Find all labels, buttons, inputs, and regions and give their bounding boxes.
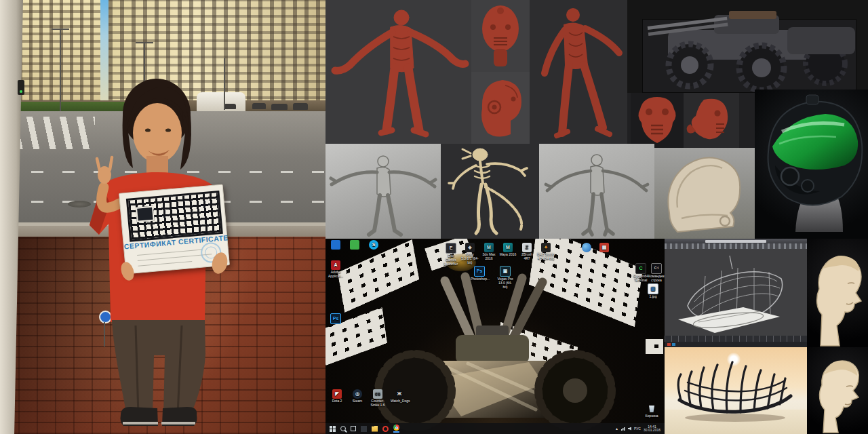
creature-arm-left [546, 171, 591, 191]
tile-bust-profile [807, 347, 868, 434]
eye-socket [505, 24, 511, 30]
icon-label: Корзина [643, 414, 660, 418]
tray-language[interactable]: РУС [634, 427, 641, 431]
desktop-icon-media[interactable]: ▤ [595, 243, 613, 253]
task-view-button[interactable] [351, 426, 356, 431]
arm-left [545, 30, 565, 73]
desktop-icon-daz[interactable]: ✦ DAZ Studio 4.5 (64-bit) [537, 243, 555, 261]
desktop-icon-vegas[interactable]: ▣ Vegas Pro 13.0 (64-bit) [496, 266, 514, 289]
leg-left [562, 65, 569, 133]
max-viewport[interactable] [665, 249, 807, 336]
desktop-icon[interactable] [346, 240, 363, 250]
tray-chevron[interactable]: ▲ [615, 427, 618, 431]
sculpt-head [394, 10, 409, 25]
desktop-icon-adobe[interactable]: A Adobe Applicat... [327, 260, 344, 279]
icon-label: Counter-Strike 1.6 [369, 399, 387, 408]
desktop-icon-cs16[interactable]: cs Counter-Strike 1.6 [369, 389, 387, 408]
max-timeline[interactable] [665, 336, 807, 342]
system-tray: ▲ РУС 14:41 30.01.2016 [615, 425, 660, 433]
mask-eye [646, 108, 652, 115]
desktop-icon-jpg[interactable]: ▦ 1.jpg [644, 283, 662, 299]
skeleton-leg-left [476, 184, 481, 233]
icon-label: Maya 2016 [499, 253, 517, 257]
street-photo: NYRUDE INC СЕРТИФИКАТ CERTIFICATE [0, 0, 326, 434]
desktop-icon-epic[interactable]: E Epic Games Launcher [442, 243, 460, 266]
tile-grey-creature-front [326, 144, 441, 239]
file-explorer-button[interactable] [372, 426, 378, 432]
sculpt-leg-left [387, 68, 395, 130]
desktop-icon-recycle-bin[interactable]: Корзина [643, 404, 660, 418]
icon-label: 3ds Max 2016 [480, 253, 498, 261]
ship-bow-post [730, 256, 732, 269]
tank-rear-module [787, 27, 855, 54]
sculpt-head [566, 8, 580, 22]
head-neck [494, 49, 507, 66]
tray-clock[interactable]: 14:41 30.01.2016 [644, 425, 660, 433]
tile-ship-frame-render [665, 347, 807, 434]
desktop-icon-browser[interactable] [578, 243, 595, 253]
desktop-icon-watchdogs[interactable]: Ж Watch_Dogs [391, 389, 408, 403]
desktop-icon-photoshop[interactable]: Ps Photoshop... [471, 266, 488, 281]
respirator-disc-2 [802, 180, 814, 192]
tile-red-mask-side [684, 93, 739, 148]
desktop-icon-skype[interactable]: S [365, 240, 382, 250]
eye-socket [490, 24, 496, 30]
tile-sculpt-red-body-front [326, 0, 471, 144]
start-button[interactable] [330, 426, 336, 432]
turret [456, 335, 529, 363]
helmet-top-mount [806, 95, 818, 104]
tile-sculpt-red-head-side [471, 72, 530, 144]
icon-label: Steam [349, 399, 366, 403]
desktop-icon-cmd[interactable]: C:\ Командная строка [648, 263, 665, 283]
creature-head [378, 156, 389, 167]
max-status-dot2 [672, 343, 675, 346]
arm-right [585, 28, 619, 53]
sculpt-feet [381, 130, 426, 134]
search-button[interactable] [340, 426, 346, 431]
desktop-icon-zbrush[interactable]: Z ZBrush 4R7 [518, 243, 536, 261]
bust-head [817, 256, 861, 346]
max-toolbar[interactable] [665, 243, 807, 249]
icon-label: Dota 2 [328, 399, 346, 403]
desktop-icon-unity[interactable]: ◈ Unity 5.3.1f1 (64-bit) [461, 243, 479, 264]
opera-button[interactable] [382, 426, 389, 432]
skeleton-arm-right [487, 163, 527, 176]
icon-label: 1.jpg [644, 295, 662, 299]
mask-profile [692, 99, 728, 140]
desktop-icon-3dsmax[interactable]: M 3ds Max 2016 [480, 243, 498, 261]
fingers-overlay [0, 0, 326, 434]
icon-label: DAZ Studio 4.5 (64-bit) [537, 253, 555, 261]
skull-horns [462, 149, 471, 159]
leg-right [584, 65, 603, 127]
desktop-icon-cygwin[interactable]: C Cygwin64 Terminal [632, 263, 650, 283]
mask-front [638, 97, 675, 143]
desktop-icon-dota2[interactable]: ◤ Dota 2 [328, 389, 346, 403]
chrome-button[interactable] [393, 425, 399, 431]
tank-turret-top [729, 11, 776, 19]
portfolio-collage: S A Adobe Applicat... Ps E Epic Games La… [326, 0, 868, 434]
desktop-icon-maya[interactable]: M Maya 2016 [499, 243, 517, 257]
sculpt-arm-left [335, 33, 392, 71]
pinned-app[interactable] [361, 426, 367, 432]
desktop-icon-ps-left[interactable]: Ps [327, 313, 344, 325]
collage-root: NYRUDE INC СЕРТИФИКАТ CERTIFICATE [0, 0, 868, 434]
icon-label: Vegas Pro 13.0 (64-bit) [496, 277, 514, 289]
tray-volume-icon[interactable] [628, 427, 631, 431]
creature-leg-right [601, 194, 613, 235]
icon-label: Unity 5.3.1f1 (64-bit) [461, 253, 479, 264]
tile-tank-render [627, 0, 868, 93]
skeleton-arm-left [449, 165, 476, 189]
creature-leg-right [388, 195, 401, 235]
tile-red-mask-front [631, 93, 684, 148]
keel [679, 396, 791, 412]
creature-arm-right [603, 171, 648, 191]
tray-network-icon[interactable] [621, 427, 625, 431]
tile-clay-helmet [654, 148, 755, 239]
icon-label: Adobe Applicat... [327, 271, 344, 279]
respirator-disc [781, 167, 799, 185]
icon-label: Photoshop... [471, 277, 488, 281]
desktop-icon-steam[interactable]: ◎ Steam [349, 389, 366, 403]
mask-eye [715, 111, 721, 117]
desktop-icon[interactable] [327, 240, 344, 250]
mask-eye [662, 108, 669, 115]
